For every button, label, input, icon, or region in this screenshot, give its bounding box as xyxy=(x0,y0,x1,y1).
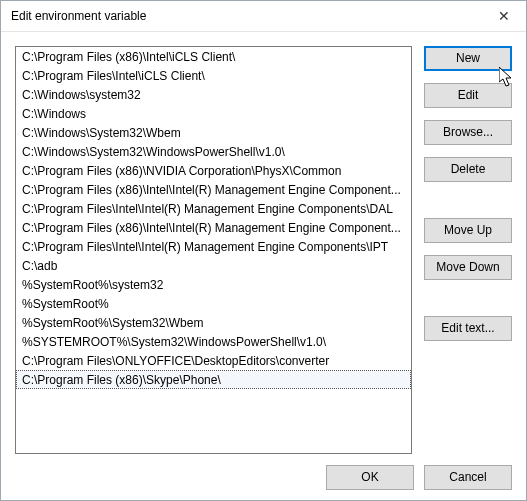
dialog-footer: OK Cancel xyxy=(1,454,526,500)
path-entry[interactable]: C:\Program Files (x86)\Skype\Phone\ xyxy=(16,370,411,389)
path-entry[interactable]: C:\Program Files\Intel\Intel(R) Manageme… xyxy=(16,199,411,218)
cancel-button[interactable]: Cancel xyxy=(424,465,512,490)
dialog-body: C:\Program Files (x86)\Intel\iCLS Client… xyxy=(1,32,526,454)
close-button[interactable]: ✕ xyxy=(481,1,526,31)
ok-button[interactable]: OK xyxy=(326,465,414,490)
path-entry[interactable]: %SYSTEMROOT%\System32\WindowsPowerShell\… xyxy=(16,332,411,351)
path-entry[interactable]: C:\Program Files (x86)\Intel\iCLS Client… xyxy=(16,47,411,66)
path-entry[interactable]: C:\Program Files\Intel\Intel(R) Manageme… xyxy=(16,237,411,256)
move-up-button[interactable]: Move Up xyxy=(424,218,512,243)
button-sidebar: New Edit Browse... Delete Move Up Move D… xyxy=(424,46,512,454)
move-down-button[interactable]: Move Down xyxy=(424,255,512,280)
dialog-window: Edit environment variable ✕ C:\Program F… xyxy=(0,0,527,501)
list-container: C:\Program Files (x86)\Intel\iCLS Client… xyxy=(15,46,412,454)
path-entry[interactable]: C:\Windows\System32\Wbem xyxy=(16,123,411,142)
titlebar: Edit environment variable ✕ xyxy=(1,1,526,32)
path-entry[interactable]: C:\Program Files (x86)\Intel\Intel(R) Ma… xyxy=(16,218,411,237)
path-entry[interactable]: C:\Windows\system32 xyxy=(16,85,411,104)
path-entry[interactable]: C:\Windows xyxy=(16,104,411,123)
path-entry[interactable]: C:\Program Files (x86)\NVIDIA Corporatio… xyxy=(16,161,411,180)
path-list[interactable]: C:\Program Files (x86)\Intel\iCLS Client… xyxy=(15,46,412,454)
path-entry[interactable]: C:\Windows\System32\WindowsPowerShell\v1… xyxy=(16,142,411,161)
path-entry[interactable]: %SystemRoot%\system32 xyxy=(16,275,411,294)
close-icon: ✕ xyxy=(498,8,510,24)
new-button[interactable]: New xyxy=(424,46,512,71)
delete-button[interactable]: Delete xyxy=(424,157,512,182)
path-entry[interactable]: C:\Program Files\Intel\iCLS Client\ xyxy=(16,66,411,85)
path-entry[interactable]: C:\Program Files\ONLYOFFICE\DesktopEdito… xyxy=(16,351,411,370)
path-entry[interactable]: C:\Program Files (x86)\Intel\Intel(R) Ma… xyxy=(16,180,411,199)
edit-text-button[interactable]: Edit text... xyxy=(424,316,512,341)
path-entry[interactable]: %SystemRoot% xyxy=(16,294,411,313)
edit-button[interactable]: Edit xyxy=(424,83,512,108)
window-title: Edit environment variable xyxy=(11,9,481,23)
path-entry[interactable]: C:\adb xyxy=(16,256,411,275)
browse-button[interactable]: Browse... xyxy=(424,120,512,145)
path-entry[interactable]: %SystemRoot%\System32\Wbem xyxy=(16,313,411,332)
